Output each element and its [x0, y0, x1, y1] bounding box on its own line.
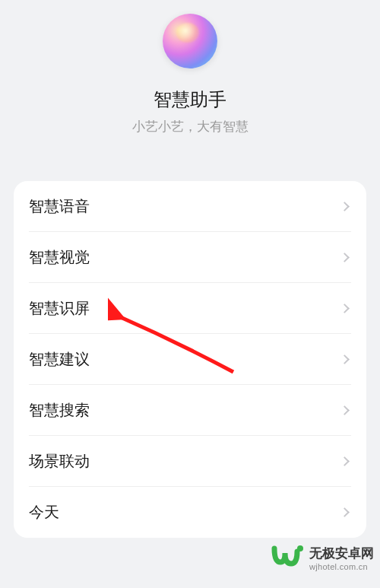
watermark: 无极安卓网 wjhotel.com.cn	[271, 541, 374, 574]
watermark-url: wjhotel.com.cn	[309, 562, 374, 571]
menu-item-label: 智慧建议	[29, 349, 90, 370]
menu-item-search[interactable]: 智慧搜索	[14, 385, 366, 436]
menu-item-scene-linkage[interactable]: 场景联动	[14, 436, 366, 487]
menu-item-label: 今天	[29, 502, 59, 523]
settings-card: 智慧语音 智慧视觉 智慧识屏 智慧建议 智慧搜索 场景联动 今天	[14, 181, 366, 538]
chevron-right-icon	[340, 405, 350, 415]
chevron-right-icon	[340, 507, 350, 517]
app-icon	[163, 14, 217, 68]
watermark-title: 无极安卓网	[309, 545, 374, 562]
menu-item-vision[interactable]: 智慧视觉	[14, 232, 366, 283]
chevron-right-icon	[340, 304, 350, 313]
watermark-logo-icon	[271, 541, 305, 574]
chevron-right-icon	[340, 202, 350, 211]
page-subtitle: 小艺小艺，大有智慧	[132, 118, 249, 135]
menu-item-label: 智慧识屏	[29, 298, 90, 319]
menu-item-suggestions[interactable]: 智慧建议	[14, 334, 366, 385]
menu-item-voice[interactable]: 智慧语音	[14, 181, 366, 232]
page-title: 智慧助手	[154, 87, 226, 112]
menu-item-label: 智慧搜索	[29, 400, 90, 421]
chevron-right-icon	[340, 354, 350, 364]
svg-point-0	[297, 545, 303, 551]
menu-item-label: 智慧语音	[29, 196, 90, 217]
menu-item-today[interactable]: 今天	[14, 487, 366, 538]
menu-item-label: 场景联动	[29, 451, 90, 472]
chevron-right-icon	[340, 253, 350, 262]
menu-item-screen-recognition[interactable]: 智慧识屏	[14, 283, 366, 334]
menu-item-label: 智慧视觉	[29, 247, 90, 268]
chevron-right-icon	[340, 456, 350, 466]
header: 智慧助手 小艺小艺，大有智慧	[0, 0, 380, 181]
